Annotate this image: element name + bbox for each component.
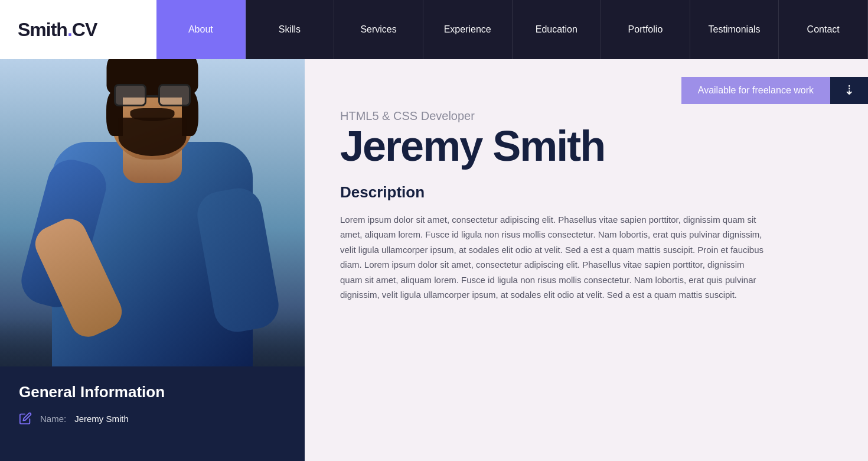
name-heading: Jeremy Smith (340, 124, 833, 169)
logo: Smith.CV (18, 19, 97, 41)
logo-area: Smith.CV (0, 0, 156, 59)
description-heading: Description (340, 183, 833, 202)
logo-brand: Smith (18, 19, 67, 40)
profile-photo-area (0, 59, 305, 366)
left-panel: General Information Name: Jeremy Smith (0, 59, 305, 461)
name-label: Name: (40, 414, 66, 424)
profile-photo (0, 59, 305, 366)
nav-item-services[interactable]: Services (334, 0, 423, 59)
logo-dot: . (67, 19, 72, 40)
general-info-title: General Information (19, 383, 286, 401)
nav-item-education[interactable]: Education (513, 0, 602, 59)
main-nav: About Skills Services Experience Educati… (156, 0, 868, 59)
nav-item-contact[interactable]: Contact (779, 0, 868, 59)
freelance-button[interactable]: Available for freelance work (681, 77, 830, 104)
info-row-name: Name: Jeremy Smith (19, 412, 286, 425)
description-text: Lorem ipsum dolor sit amet, consectetur … (340, 212, 765, 303)
subtitle: HTML5 & CSS Developer (340, 109, 833, 123)
nav-item-experience[interactable]: Experience (423, 0, 513, 59)
main-content: General Information Name: Jeremy Smith A… (0, 59, 868, 461)
edit-icon (19, 412, 32, 425)
general-info-panel: General Information Name: Jeremy Smith (0, 366, 305, 461)
download-icon: ⇣ (844, 83, 854, 98)
header: Smith.CV About Skills Services Experienc… (0, 0, 868, 59)
right-panel: Available for freelance work ⇣ HTML5 & C… (305, 59, 868, 461)
nav-item-about[interactable]: About (156, 0, 246, 59)
name-value: Jeremy Smith (74, 414, 129, 424)
nav-item-portfolio[interactable]: Portfolio (601, 0, 690, 59)
download-button[interactable]: ⇣ (830, 77, 868, 104)
logo-cv: CV (72, 19, 97, 40)
freelance-bar: Available for freelance work ⇣ (681, 77, 868, 104)
nav-item-testimonials[interactable]: Testimonials (690, 0, 779, 59)
nav-item-skills[interactable]: Skills (246, 0, 335, 59)
